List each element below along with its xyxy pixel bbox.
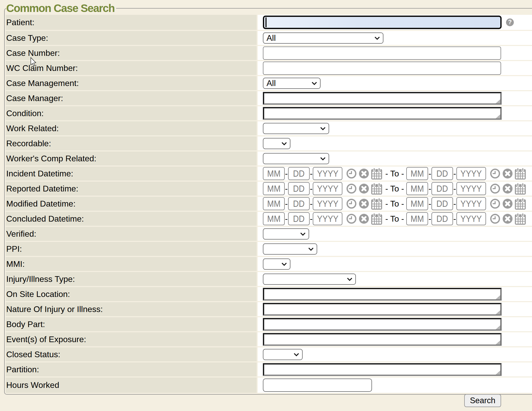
svg-text:?: ?: [508, 19, 512, 25]
